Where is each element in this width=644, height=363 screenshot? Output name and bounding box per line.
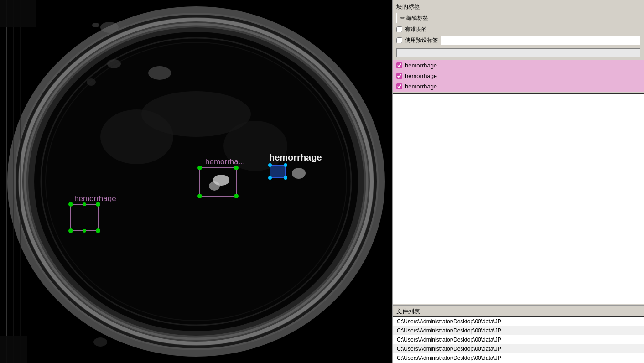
block-label-section: 块的标签 ✏ 编辑标签 有难度的 使用预设标签	[393, 0, 644, 47]
svg-point-13	[107, 59, 121, 68]
label-checkbox-1[interactable]	[396, 62, 402, 68]
svg-point-40	[234, 194, 239, 198]
svg-text:hemorrhage: hemorrhage	[74, 194, 116, 203]
label-checkbox-3[interactable]	[396, 83, 402, 89]
preset-text-input[interactable]	[441, 36, 640, 45]
svg-point-29	[68, 202, 73, 207]
file-item-3[interactable]: C:\Users\Administrator\Desktop\00\data\J…	[393, 335, 644, 344]
difficult-label: 有难度的	[405, 26, 427, 33]
label-item-1[interactable]: hemorrhage	[393, 60, 644, 71]
svg-point-46	[268, 176, 272, 180]
label-item-3[interactable]: hemorrhage	[393, 81, 644, 92]
edit-label-text: 编辑标签	[406, 14, 428, 22]
svg-rect-23	[0, 0, 36, 27]
file-item-4[interactable]: C:\Users\Administrator\Desktop\00\data\J…	[393, 344, 644, 353]
file-item-1[interactable]: C:\Users\Administrator\Desktop\00\data\J…	[393, 317, 644, 326]
file-item-2[interactable]: C:\Users\Administrator\Desktop\00\data\J…	[393, 326, 644, 335]
pencil-icon: ✏	[400, 15, 405, 21]
edit-label-button[interactable]: ✏ 编辑标签	[396, 13, 432, 23]
file-list-title: 文件列表	[393, 306, 644, 316]
preset-label: 使用预设标签	[405, 36, 438, 44]
svg-text:hemorrha...: hemorrha...	[205, 157, 245, 166]
filter-bar[interactable]	[396, 48, 640, 57]
file-list-section: 文件列表 C:\Users\Administrator\Desktop\00\d…	[393, 305, 644, 363]
svg-text:hemorrhage: hemorrhage	[269, 152, 322, 162]
label-text-2: hemorrhage	[405, 73, 437, 79]
svg-point-25	[100, 22, 119, 33]
svg-point-45	[284, 163, 287, 167]
right-panel: 块的标签 ✏ 编辑标签 有难度的 使用预设标签 hemorrhage hemor…	[392, 0, 644, 363]
svg-rect-24	[0, 336, 27, 363]
svg-point-12	[148, 66, 171, 80]
svg-point-8	[34, 32, 358, 331]
file-list-content[interactable]: C:\Users\Administrator\Desktop\00\data\J…	[393, 316, 644, 363]
svg-point-26	[92, 23, 99, 27]
difficult-row: 有难度的	[396, 26, 640, 33]
svg-point-38	[234, 166, 239, 170]
svg-point-39	[197, 194, 202, 198]
block-label-title: 块的标签	[396, 3, 640, 11]
preset-row: 使用预设标签	[396, 36, 640, 45]
svg-point-47	[284, 176, 287, 180]
svg-point-31	[68, 228, 73, 233]
label-empty-area	[393, 93, 644, 304]
label-checkbox-2[interactable]	[396, 73, 402, 79]
svg-point-32	[96, 228, 100, 233]
svg-rect-42	[270, 165, 286, 178]
preset-checkbox[interactable]	[396, 37, 402, 43]
difficult-checkbox[interactable]	[396, 26, 402, 32]
file-item-5[interactable]: C:\Users\Administrator\Desktop\00\data\J…	[393, 353, 644, 363]
svg-point-33	[83, 229, 86, 233]
svg-point-27	[93, 337, 107, 347]
svg-point-19	[292, 168, 306, 179]
label-text-1: hemorrhage	[405, 62, 437, 69]
svg-point-37	[197, 166, 202, 170]
svg-point-44	[268, 163, 272, 167]
svg-point-18	[209, 182, 220, 191]
image-panel[interactable]: hemorrhage hemorrha... hemorrhage	[0, 0, 392, 363]
label-text-3: hemorrhage	[405, 83, 437, 90]
svg-point-11	[141, 91, 251, 137]
label-list: hemorrhage hemorrhage hemorrhage	[393, 60, 644, 92]
svg-point-34	[83, 202, 86, 206]
label-item-2[interactable]: hemorrhage	[393, 71, 644, 81]
